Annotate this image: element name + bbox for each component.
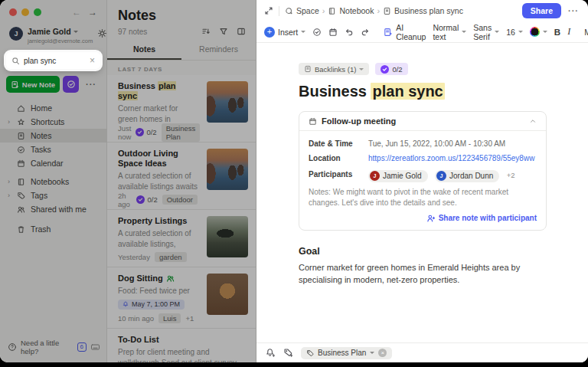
meeting-link[interactable]: https://zereatlors.zoom.us/1223456789/55… xyxy=(368,154,534,162)
participant-chip[interactable]: JJordan Dunn xyxy=(435,170,499,182)
bold-button[interactable]: B xyxy=(554,28,560,37)
reminder-badge[interactable]: May 7, 1:00 PM xyxy=(118,300,185,310)
note-card-todo-list[interactable]: To-Do List Prep for client meeting and w… xyxy=(107,329,256,362)
participant-chip[interactable]: JJamie Gold xyxy=(368,170,428,182)
insert-calendar-icon[interactable] xyxy=(328,28,338,37)
note-card-title: Outdoor Living Space Ideas xyxy=(118,149,198,169)
help-row[interactable]: Need a little help? 6 xyxy=(8,339,100,356)
sidebar-item-tasks[interactable]: Tasks xyxy=(0,143,106,156)
note-card-business-plan-sync[interactable]: Business plan sync Corner market for gre… xyxy=(107,75,256,143)
sidebar-item-notebooks[interactable]: › Notebooks xyxy=(0,175,106,188)
chevron-right-icon[interactable]: › xyxy=(6,192,11,199)
section-label: LAST 7 DAYS xyxy=(107,61,256,75)
breadcrumb-notebook[interactable]: Notebook xyxy=(339,6,374,15)
chevron-right-icon[interactable]: › xyxy=(6,118,11,126)
note-card-property-listings[interactable]: Property Listings A curated selection of… xyxy=(107,210,256,267)
more-actions-button[interactable]: ··· xyxy=(84,76,98,93)
clear-search-icon[interactable]: × xyxy=(90,56,95,65)
note-card-outdoor-living[interactable]: Outdoor Living Space Ideas A curated sel… xyxy=(107,143,256,210)
note-thumbnail xyxy=(207,274,248,315)
account-switcher[interactable]: J Jamie Gold jamiegold@evernote.com xyxy=(0,18,106,44)
ai-cleanup-button[interactable]: AI Cleanup xyxy=(384,23,426,41)
text-color-dropdown[interactable] xyxy=(530,27,547,37)
add-tag-icon[interactable] xyxy=(283,348,293,358)
tab-reminders[interactable]: Reminders xyxy=(181,41,256,60)
tag-pill[interactable]: Outdoor xyxy=(162,195,198,205)
font-family-dropdown[interactable]: Sans Serif xyxy=(473,23,499,41)
search-input[interactable] xyxy=(24,57,86,65)
note-tag-pill[interactable]: Business Plan × xyxy=(301,347,392,359)
note-card-title: Business plan sync xyxy=(118,81,198,101)
add-reminder-icon[interactable] xyxy=(266,348,276,358)
meeting-card-header[interactable]: Follow-up meeting xyxy=(299,112,546,131)
sidebar-item-trash[interactable]: Trash xyxy=(0,222,106,236)
forward-arrow-icon[interactable]: → xyxy=(88,7,97,18)
filter-icon[interactable] xyxy=(219,27,228,36)
collapse-chevron-icon[interactable] xyxy=(529,117,537,125)
font-size-dropdown[interactable]: 16 xyxy=(506,28,523,37)
more-tags-count: +1 xyxy=(185,314,194,323)
undo-icon[interactable] xyxy=(345,28,354,37)
sidebar-item-notes[interactable]: Notes xyxy=(0,129,106,143)
shared-people-icon xyxy=(166,274,175,283)
chevron-down-icon xyxy=(370,352,374,354)
minimize-window-button[interactable] xyxy=(21,8,29,16)
more-formatting-dropdown[interactable]: More xyxy=(584,28,588,37)
note-more-button[interactable]: ··· xyxy=(567,6,580,15)
note-card-title: Property Listings xyxy=(118,216,198,226)
breadcrumb-note[interactable]: Business plan sync xyxy=(394,6,463,15)
goal-body-text[interactable]: Corner market for green homes in Emerald… xyxy=(299,261,547,286)
sidebar-item-shortcuts[interactable]: › Shortcuts xyxy=(0,115,106,129)
sidebar-item-shared-with-me[interactable]: Shared with me xyxy=(0,202,106,216)
chevron-right-icon[interactable]: › xyxy=(6,178,11,185)
new-note-label: New Note xyxy=(22,80,55,89)
expand-icon[interactable] xyxy=(264,6,273,15)
insert-task-icon[interactable] xyxy=(312,28,322,37)
back-arrow-icon[interactable]: ← xyxy=(72,7,81,18)
breadcrumb-space[interactable]: Space xyxy=(296,6,319,15)
close-window-button[interactable] xyxy=(9,8,17,16)
note-card-dog-sitting[interactable]: Dog Sitting Food: Feed twice per day. Sp… xyxy=(107,267,256,329)
sort-icon[interactable] xyxy=(201,27,211,36)
paragraph-style-dropdown[interactable]: Normal text xyxy=(433,23,466,41)
layout-icon[interactable] xyxy=(237,27,246,36)
note-tasks-badge[interactable]: 0/2 xyxy=(375,63,407,75)
help-label: Need a little help? xyxy=(21,339,74,356)
note-time: Yesterday xyxy=(118,253,150,261)
share-button[interactable]: Share xyxy=(522,3,561,18)
zoom-window-button[interactable] xyxy=(34,8,41,16)
goal-heading[interactable]: Goal xyxy=(299,246,547,257)
list-tabs: Notes Reminders xyxy=(107,41,256,61)
gear-icon[interactable] xyxy=(97,28,107,38)
note-icon xyxy=(383,7,391,15)
tab-notes[interactable]: Notes xyxy=(107,41,181,60)
tag-pill[interactable]: Business Plan xyxy=(162,123,201,142)
sidebar-item-home[interactable]: Home xyxy=(0,101,106,115)
sidebar: ← → J Jamie Gold jamiegold@evernote.com … xyxy=(0,0,107,362)
sidebar-item-tags[interactable]: › Tags xyxy=(0,188,106,202)
space-icon xyxy=(285,7,293,15)
backlinks-dropdown[interactable]: Backlinks (1) xyxy=(299,63,369,75)
note-card-snippet: A curated selection of available listing… xyxy=(118,171,198,192)
italic-button[interactable]: I xyxy=(567,26,570,38)
tag-pill[interactable]: Luis xyxy=(158,313,181,323)
note-title[interactable]: Business plan sync xyxy=(299,83,547,100)
note-thumbnail xyxy=(207,149,248,190)
note-time: 10 min ago xyxy=(118,314,154,323)
notebook-icon xyxy=(17,178,25,186)
new-note-button[interactable]: New Note xyxy=(6,76,60,93)
insert-dropdown[interactable]: + Insert xyxy=(264,27,305,38)
ai-cleanup-icon xyxy=(384,28,393,37)
sidebar-item-calendar[interactable]: Calendar xyxy=(0,156,106,170)
redo-icon[interactable] xyxy=(361,28,370,37)
check-icon xyxy=(136,128,144,136)
meeting-datetime-value: Tue, Jun 15, 2022, 10:00 AM - 10:30 AM xyxy=(368,139,505,148)
share-note-with-participant-link[interactable]: Share note with participant xyxy=(309,214,537,223)
tag-pill[interactable]: garden xyxy=(155,252,187,262)
app-window: ← → J Jamie Gold jamiegold@evernote.com … xyxy=(0,0,588,362)
remove-tag-icon[interactable]: × xyxy=(378,349,387,357)
note-card-meta: 10 min ago Luis +1 xyxy=(118,313,198,323)
new-task-button[interactable] xyxy=(63,76,79,93)
user-email: jamiegold@evernote.com xyxy=(28,38,93,44)
search-box[interactable]: × xyxy=(6,52,100,69)
